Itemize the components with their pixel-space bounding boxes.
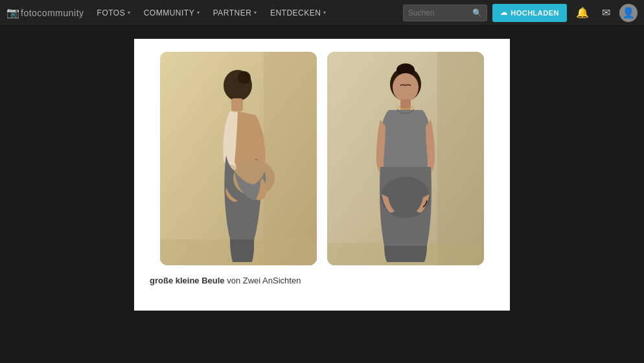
nav-item-partner[interactable]: PARTNER ▾ bbox=[207, 0, 264, 26]
photo-svg-1 bbox=[160, 52, 317, 265]
svg-point-16 bbox=[381, 177, 430, 218]
bell-icon[interactable]: 🔔 bbox=[572, 6, 593, 19]
main-content: große kleine Beule von Zwei AnSichten bbox=[0, 26, 644, 363]
svg-rect-2 bbox=[264, 52, 317, 265]
nav-item-fotos[interactable]: FOTOS ▾ bbox=[91, 0, 137, 26]
photos-row bbox=[147, 52, 497, 265]
svg-point-14 bbox=[393, 73, 419, 102]
chevron-down-icon: ▾ bbox=[323, 10, 327, 16]
svg-point-5 bbox=[238, 71, 251, 84]
search-icon: 🔍 bbox=[472, 8, 482, 17]
caption-author: von Zwei AnSichten bbox=[225, 276, 301, 285]
photo-frame-1 bbox=[160, 52, 317, 265]
photo-1 bbox=[160, 52, 317, 265]
navigation-bar: 📷 fotocommunity FOTOS ▾ COMMUNITY ▾ PART… bbox=[0, 0, 644, 26]
search-input[interactable] bbox=[408, 8, 470, 17]
photo-svg-2 bbox=[327, 52, 484, 265]
caption-title: große kleine Beule bbox=[150, 276, 225, 285]
svg-rect-10 bbox=[437, 52, 484, 265]
site-logo[interactable]: 📷 fotocommunity bbox=[6, 6, 84, 19]
svg-rect-6 bbox=[231, 98, 243, 111]
search-area: 🔍 ☁ HOCHLADEN 🔔 ✉ 👤 bbox=[403, 4, 638, 22]
logo-camera-icon: 📷 bbox=[6, 6, 19, 19]
upload-cloud-icon: ☁ bbox=[500, 8, 508, 17]
caption-text: große kleine Beule von Zwei AnSichten bbox=[150, 276, 301, 285]
photo-card: große kleine Beule von Zwei AnSichten bbox=[134, 39, 510, 311]
chevron-down-icon: ▾ bbox=[197, 10, 200, 16]
logo-text: fotocommunity bbox=[21, 8, 84, 18]
mail-icon[interactable]: ✉ bbox=[598, 6, 614, 19]
caption-area: große kleine Beule von Zwei AnSichten bbox=[147, 274, 497, 286]
photo-frame-2 bbox=[327, 52, 484, 265]
chevron-down-icon: ▾ bbox=[128, 10, 131, 16]
nav-item-community[interactable]: COMMUNITY ▾ bbox=[137, 0, 207, 26]
upload-button[interactable]: ☁ HOCHLADEN bbox=[492, 4, 567, 22]
user-avatar[interactable]: 👤 bbox=[619, 4, 638, 22]
nav-item-entdecken[interactable]: ENTDECKEN ▾ bbox=[264, 0, 333, 26]
search-box: 🔍 bbox=[403, 5, 487, 21]
photo-2 bbox=[327, 52, 484, 265]
chevron-down-icon: ▾ bbox=[254, 10, 257, 16]
